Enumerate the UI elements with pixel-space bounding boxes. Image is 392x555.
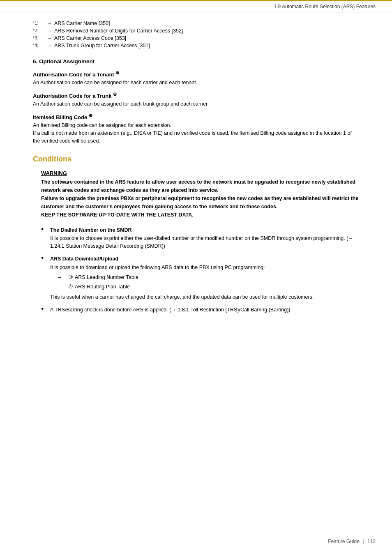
auth-code-tenant-body: An Authorisation code can be assigned fo… bbox=[33, 79, 359, 87]
footnote-text-2: ARS Removed Number of Digits for Carrier… bbox=[54, 28, 183, 34]
itemised-billing-body: An Itemised Billing code can be assigned… bbox=[33, 122, 359, 145]
trunk-icon: ⊕ bbox=[113, 92, 117, 97]
optional-assignment-heading: 6. Optional Assignment bbox=[33, 58, 359, 64]
bullet-item-ars-data: • ARS Data Download/Upload It is possibl… bbox=[41, 255, 359, 301]
itemised-billing-section: Itemised Billing Code ⊕ An Itemised Bill… bbox=[33, 113, 359, 145]
sub-bullet-ars-routing: – ④ ARS Routing Plan Table bbox=[58, 283, 359, 291]
footnote-num-3: *3: bbox=[33, 35, 45, 40]
bullet-dot-3: • bbox=[41, 305, 48, 313]
footnotes-section: *1: → ARS Carrier Name [350] *2: → ARS R… bbox=[33, 21, 359, 48]
warning-line-1: The software contained in the ARS featur… bbox=[41, 179, 355, 193]
footnote-num-1: *1: bbox=[33, 21, 45, 25]
bullet-smdr-title: The Dialled Number on the SMDR bbox=[50, 226, 359, 234]
warning-title: WARNING bbox=[41, 170, 359, 176]
footnote-num-2: *2: bbox=[33, 28, 45, 33]
bullet-content-smdr: The Dialled Number on the SMDR It is pos… bbox=[50, 226, 359, 250]
bullet-item-trs: • A TRS/Barring check is done before ARS… bbox=[41, 306, 359, 314]
bullet-content-trs: A TRS/Barring check is done before ARS i… bbox=[50, 306, 359, 314]
optional-assignment-section: 6. Optional Assignment Authorisation Cod… bbox=[33, 58, 359, 145]
auth-code-trunk-section: Authorisation Code for a Trunk ⊕ An Auth… bbox=[33, 92, 359, 108]
conditions-heading: Conditions bbox=[33, 155, 359, 164]
auth-code-trunk-body: An Authorisation code can be assigned fo… bbox=[33, 100, 359, 108]
bullet-dot-2: • bbox=[41, 254, 48, 262]
footnote-3: *3: → ARS Carrier Access Code [353] bbox=[33, 35, 359, 41]
auth-code-tenant-section: Authorisation Code for a Tenant ⊕ An Aut… bbox=[33, 70, 359, 87]
footer-page-number: 113 bbox=[367, 539, 376, 544]
footnote-text-3: ARS Carrier Access Code [353] bbox=[54, 35, 126, 41]
footnote-arrow-4: → bbox=[47, 43, 52, 48]
footer-divider: | bbox=[363, 539, 364, 544]
footnote-text-4: ARS Trunk Group for Carrier Access [351] bbox=[54, 43, 150, 48]
sub-bullet-list-ars: – ③ ARS Leading Number Table – ④ ARS Rou… bbox=[50, 274, 359, 291]
footnote-num-4: *4: bbox=[33, 43, 45, 48]
header-title: 1.9 Automatic Route Selection (ARS) Feat… bbox=[274, 4, 376, 9]
bullet-dot-1: • bbox=[41, 226, 48, 233]
bullet-ars-extra: This is useful when a carrier has change… bbox=[50, 293, 359, 301]
footnote-arrow-1: → bbox=[47, 21, 52, 26]
warning-block: WARNING The software contained in the AR… bbox=[33, 170, 359, 219]
sub-icon-1: ③ bbox=[68, 274, 73, 281]
footnote-2: *2: → ARS Removed Number of Digits for C… bbox=[33, 28, 359, 34]
bullet-ars-title: ARS Data Download/Upload bbox=[50, 255, 359, 263]
auth-code-trunk-title: Authorisation Code for a Trunk ⊕ bbox=[33, 92, 359, 99]
billing-icon: ⊕ bbox=[89, 113, 92, 118]
tenant-icon: ⊕ bbox=[115, 70, 119, 75]
page-header: 1.9 Automatic Route Selection (ARS) Feat… bbox=[0, 0, 392, 12]
sub-dash-2: – bbox=[58, 283, 67, 291]
warning-line-3: KEEP THE SOFTWARE UP-TO-DATE WITH THE LA… bbox=[41, 212, 194, 218]
sub-icon-2: ④ bbox=[68, 283, 73, 291]
footer-label: Feature Guide bbox=[328, 539, 360, 544]
footnote-arrow-3: → bbox=[47, 35, 52, 41]
conditions-bullet-list: • The Dialled Number on the SMDR It is p… bbox=[33, 226, 359, 314]
itemised-billing-title: Itemised Billing Code ⊕ bbox=[33, 113, 359, 120]
sub-text-1: ARS Leading Number Table bbox=[75, 274, 138, 281]
footnote-text-1: ARS Carrier Name [350] bbox=[54, 21, 110, 26]
footnote-4: *4: → ARS Trunk Group for Carrier Access… bbox=[33, 43, 359, 48]
footnote-1: *1: → ARS Carrier Name [350] bbox=[33, 21, 359, 26]
bullet-trs-body: A TRS/Barring check is done before ARS i… bbox=[50, 306, 359, 314]
warning-body: The software contained in the ARS featur… bbox=[41, 178, 359, 219]
bullet-ars-body: It is possible to download or upload the… bbox=[50, 264, 359, 272]
bullet-smdr-body: It is possible to choose to print either… bbox=[50, 235, 359, 250]
auth-code-tenant-title: Authorisation Code for a Tenant ⊕ bbox=[33, 70, 359, 78]
sub-text-2: ARS Routing Plan Table bbox=[75, 283, 130, 291]
page: 1.9 Automatic Route Selection (ARS) Feat… bbox=[0, 0, 392, 555]
bullet-content-ars: ARS Data Download/Upload It is possible … bbox=[50, 255, 359, 301]
bullet-item-smdr: • The Dialled Number on the SMDR It is p… bbox=[41, 226, 359, 250]
warning-line-2: Failure to upgrade the premises PBXs or … bbox=[41, 196, 358, 210]
page-footer: Feature Guide | 113 bbox=[0, 536, 392, 547]
conditions-section: Conditions WARNING The software containe… bbox=[33, 155, 359, 314]
page-content: *1: → ARS Carrier Name [350] *2: → ARS R… bbox=[0, 12, 392, 343]
sub-bullet-ars-leading: – ③ ARS Leading Number Table bbox=[58, 274, 359, 281]
sub-dash-1: – bbox=[58, 274, 67, 281]
footnote-arrow-2: → bbox=[47, 28, 52, 34]
